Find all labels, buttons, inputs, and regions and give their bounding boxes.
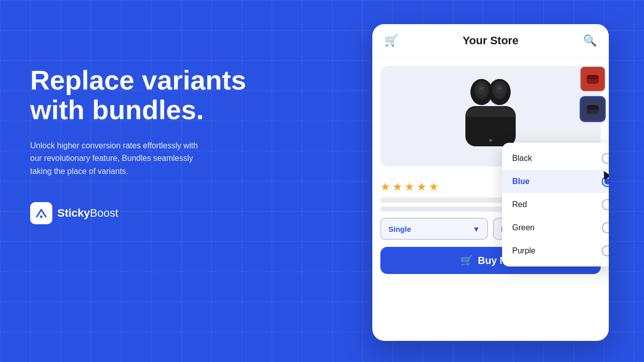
color-label-blue: Blue: [512, 177, 530, 186]
color-option-blue[interactable]: Blue: [502, 170, 609, 193]
star-4: ★: [417, 180, 427, 194]
star-3: ★: [405, 180, 415, 194]
radio-red: [602, 199, 609, 210]
color-option-red[interactable]: Red: [502, 193, 609, 216]
svg-rect-13: [587, 75, 599, 79]
star-1: ★: [380, 180, 390, 194]
brand-logo: StickyBoost: [30, 202, 252, 224]
color-option-purple[interactable]: Purple: [502, 239, 609, 262]
store-header: 🛒 Your Store 🔍: [372, 24, 609, 58]
store-title: Your Store: [398, 34, 583, 47]
brand-name: StickyBoost: [57, 207, 118, 220]
brand-icon: [30, 202, 52, 224]
main-heading: Replace variants with bundles.: [30, 65, 252, 125]
product-thumbnails: [580, 66, 606, 122]
svg-rect-15: [587, 105, 599, 110]
quantity-dropdown[interactable]: Single ▼: [380, 218, 488, 240]
color-option-black[interactable]: Black: [502, 147, 609, 170]
svg-point-6: [480, 87, 483, 90]
quantity-chevron-icon: ▼: [472, 225, 480, 233]
quantity-label: Single: [388, 225, 411, 233]
radio-purple: [602, 245, 609, 256]
radio-black: [602, 153, 609, 164]
svg-point-11: [489, 139, 492, 142]
svg-point-0: [40, 215, 43, 218]
buy-cart-icon: 🛒: [460, 254, 473, 266]
brand-svg-icon: [35, 207, 48, 220]
cart-icon[interactable]: 🛒: [384, 34, 398, 47]
color-dropdown-popup: Black Blue Red Green Purple: [502, 143, 609, 266]
svg-point-10: [498, 87, 501, 90]
radio-green: [602, 222, 609, 233]
color-label-purple: Purple: [512, 246, 535, 255]
color-label-black: Black: [512, 154, 532, 163]
star-5: ★: [429, 180, 439, 194]
search-icon[interactable]: 🔍: [583, 34, 597, 47]
left-panel: Replace variants with bundles. Unlock hi…: [30, 65, 252, 224]
star-2: ★: [392, 180, 403, 194]
sub-text: Unlock higher conversion rates effortles…: [30, 139, 201, 178]
color-label-red: Red: [512, 200, 527, 209]
color-option-green[interactable]: Green: [502, 216, 609, 239]
thumbnail-black[interactable]: [580, 96, 606, 122]
thumbnail-red[interactable]: [580, 66, 606, 92]
store-mockup: 🛒 Your Store 🔍: [372, 24, 609, 341]
color-label-green: Green: [512, 223, 534, 232]
